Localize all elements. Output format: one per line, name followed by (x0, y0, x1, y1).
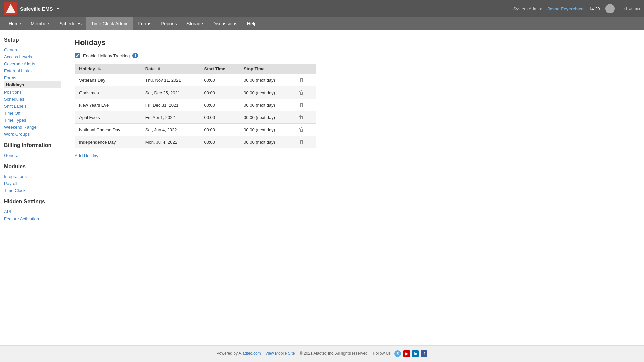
system-admin-label: System Admin: (513, 6, 542, 11)
add-holiday-link[interactable]: Add Holiday (75, 153, 98, 158)
cell-start-time: 00:00 (200, 111, 239, 124)
sidebar-item-time-clock[interactable]: Time Clock (4, 187, 61, 194)
cell-stop-time: 00:00 (next day) (239, 124, 292, 136)
sidebar-item-api[interactable]: API (4, 208, 61, 215)
cell-delete: 🗑 (292, 124, 316, 136)
enable-holiday-label[interactable]: Enable Holiday Tracking (83, 53, 130, 58)
sidebar-item-time-off[interactable]: Time Off (4, 110, 61, 117)
org-name[interactable]: Safeville EMS (20, 6, 53, 12)
page-layout: Setup General Access Levels Coverage Ale… (0, 30, 644, 345)
top-bar: Safeville EMS ▾ System Admin: Jesse Feye… (0, 0, 644, 17)
sidebar-hidden-title: Hidden Settings (4, 199, 61, 205)
sidebar-item-forms[interactable]: Forms (4, 74, 61, 81)
delete-row-button[interactable]: 🗑 (297, 101, 306, 109)
cell-delete: 🗑 (292, 111, 316, 124)
cell-start-time: 00:00 (200, 99, 239, 111)
sidebar-item-weekend-range[interactable]: Weekend Range (4, 124, 61, 131)
twitter-icon[interactable]: 𝕏 (394, 350, 401, 357)
delete-row-button[interactable]: 🗑 (297, 126, 306, 133)
delete-row-button[interactable]: 🗑 (297, 76, 306, 84)
nav-forms[interactable]: Forms (133, 17, 156, 30)
sidebar-setup-title: Setup (4, 37, 61, 43)
nav-reports[interactable]: Reports (156, 17, 182, 30)
sidebar-item-payroll[interactable]: Payroll (4, 180, 61, 187)
page-title: Holidays (75, 38, 635, 47)
sidebar-item-billing-general[interactable]: General (4, 152, 61, 159)
sidebar-billing-section: Billing Information General (4, 142, 61, 159)
sidebar-item-integrations[interactable]: Integrations (4, 173, 61, 180)
sidebar-hidden-section: Hidden Settings API Feature Activation (4, 199, 61, 222)
enable-holiday-checkbox[interactable] (75, 53, 80, 58)
youtube-icon[interactable]: ▶ (403, 350, 410, 357)
delete-row-button[interactable]: 🗑 (297, 138, 306, 146)
cell-date: Thu, Nov 11, 2021 (141, 74, 200, 86)
footer: Powered by Aladtec.com View Mobile Site … (0, 345, 644, 362)
cell-start-time: 00:00 (200, 86, 239, 99)
cell-stop-time: 00:00 (next day) (239, 111, 292, 124)
sidebar-item-schedules[interactable]: Schedules (4, 96, 61, 103)
sidebar-item-external-links[interactable]: External Links (4, 67, 61, 74)
logo-area[interactable]: Safeville EMS ▾ (4, 2, 59, 15)
cell-start-time: 00:00 (200, 74, 239, 86)
cell-delete: 🗑 (292, 99, 316, 111)
user-avatar[interactable] (605, 4, 615, 13)
mobile-site-link[interactable]: View Mobile Site (265, 351, 295, 356)
sidebar-item-shift-labels[interactable]: Shift Labels (4, 103, 61, 110)
cell-holiday-name: National Cheese Day (75, 124, 141, 136)
delete-row-button[interactable]: 🗑 (297, 114, 306, 121)
facebook-icon[interactable]: f (421, 350, 427, 357)
sidebar-item-time-types[interactable]: Time Types (4, 117, 61, 124)
nav-home[interactable]: Home (4, 17, 26, 30)
cell-holiday-name: April Fools (75, 111, 141, 124)
sidebar-item-holidays[interactable]: Holidays (4, 81, 61, 88)
col-date[interactable]: Date ⇅ (141, 64, 200, 74)
sort-icon-holiday: ⇅ (98, 67, 101, 71)
col-start-time: Start Time (200, 64, 239, 74)
sidebar-modules-title: Modules (4, 164, 61, 170)
follow-us-label: Follow Us (373, 351, 391, 356)
nav-time-clock-admin[interactable]: Time Clock Admin (86, 17, 133, 30)
col-holiday[interactable]: Holiday ⇅ (75, 64, 141, 74)
sidebar-item-general[interactable]: General (4, 46, 61, 53)
nav-storage[interactable]: Storage (182, 17, 208, 30)
cell-stop-time: 00:00 (next day) (239, 86, 292, 99)
sidebar-item-coverage-alerts[interactable]: Coverage Alerts (4, 60, 61, 67)
sidebar-billing-title: Billing Information (4, 142, 61, 148)
col-stop-time: Stop Time (239, 64, 292, 74)
cell-holiday-name: Christmas (75, 86, 141, 99)
bd-admin-label: _bd_admin (620, 6, 640, 11)
info-icon[interactable]: i (132, 53, 138, 58)
cell-start-time: 00:00 (200, 136, 239, 148)
app-logo (4, 2, 17, 15)
nav-discussions[interactable]: Discussions (208, 17, 242, 30)
top-right-area: System Admin: Jesse Feyereisen 14 29 _bd… (513, 0, 640, 17)
cell-start-time: 00:00 (200, 124, 239, 136)
sidebar-item-access-levels[interactable]: Access Levels (4, 53, 61, 60)
social-icons: 𝕏 ▶ in f (394, 350, 427, 357)
cell-date: Fri, Apr 1, 2022 (141, 111, 200, 124)
cell-delete: 🗑 (292, 136, 316, 148)
table-row: Veterans Day Thu, Nov 11, 2021 00:00 00:… (75, 74, 316, 86)
delete-row-button[interactable]: 🗑 (297, 89, 306, 96)
org-dropdown-icon[interactable]: ▾ (57, 7, 59, 11)
cell-delete: 🗑 (292, 86, 316, 99)
powered-by-label: Powered by (217, 351, 239, 356)
nav-help[interactable]: Help (242, 17, 261, 30)
cell-stop-time: 00:00 (next day) (239, 74, 292, 86)
linkedin-icon[interactable]: in (412, 350, 419, 357)
table-row: National Cheese Day Sat, Jun 4, 2022 00:… (75, 124, 316, 136)
sidebar-item-positions[interactable]: Positions (4, 88, 61, 96)
nav-schedules[interactable]: Schedules (55, 17, 86, 30)
aladtec-link[interactable]: Aladtec.com (239, 351, 261, 356)
copyright-text: © 2021 Aladtec Inc. All rights reserved. (300, 351, 369, 356)
cell-date: Fri, Dec 31, 2021 (141, 99, 200, 111)
enable-holiday-row: Enable Holiday Tracking i (75, 53, 635, 58)
table-row: April Fools Fri, Apr 1, 2022 00:00 00:00… (75, 111, 316, 124)
admin-name[interactable]: Jesse Feyereisen (547, 6, 584, 11)
sidebar-item-work-groups[interactable]: Work Groups (4, 131, 61, 138)
sidebar-item-feature-activation[interactable]: Feature Activation (4, 215, 61, 222)
nav-members[interactable]: Members (26, 17, 55, 30)
table-row: New Years Eve Fri, Dec 31, 2021 00:00 00… (75, 99, 316, 111)
col-actions (292, 64, 316, 74)
nav-bar: Home Members Schedules Time Clock Admin … (0, 17, 644, 30)
